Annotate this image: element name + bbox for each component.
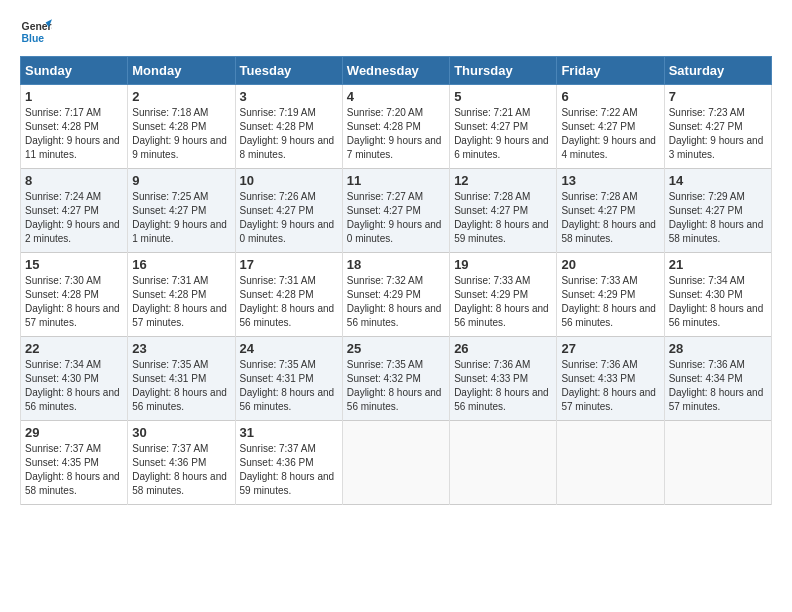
calendar-body: 1Sunrise: 7:17 AMSunset: 4:28 PMDaylight… [21,85,772,505]
day-number: 15 [25,257,123,272]
day-number: 17 [240,257,338,272]
calendar-cell: 27Sunrise: 7:36 AMSunset: 4:33 PMDayligh… [557,337,664,421]
header-day-wednesday: Wednesday [342,57,449,85]
day-number: 29 [25,425,123,440]
day-info: Sunrise: 7:35 AMSunset: 4:32 PMDaylight:… [347,359,442,412]
header-day-thursday: Thursday [450,57,557,85]
logo: General Blue [20,16,52,48]
header: General Blue [20,16,772,48]
day-number: 18 [347,257,445,272]
header-day-tuesday: Tuesday [235,57,342,85]
day-info: Sunrise: 7:33 AMSunset: 4:29 PMDaylight:… [561,275,656,328]
day-number: 16 [132,257,230,272]
day-number: 1 [25,89,123,104]
day-info: Sunrise: 7:25 AMSunset: 4:27 PMDaylight:… [132,191,227,244]
calendar-header: SundayMondayTuesdayWednesdayThursdayFrid… [21,57,772,85]
calendar-cell: 9Sunrise: 7:25 AMSunset: 4:27 PMDaylight… [128,169,235,253]
calendar-cell: 30Sunrise: 7:37 AMSunset: 4:36 PMDayligh… [128,421,235,505]
day-number: 23 [132,341,230,356]
calendar-cell [342,421,449,505]
calendar-cell: 28Sunrise: 7:36 AMSunset: 4:34 PMDayligh… [664,337,771,421]
calendar-cell: 20Sunrise: 7:33 AMSunset: 4:29 PMDayligh… [557,253,664,337]
day-info: Sunrise: 7:31 AMSunset: 4:28 PMDaylight:… [132,275,227,328]
day-number: 13 [561,173,659,188]
day-number: 11 [347,173,445,188]
calendar-cell: 7Sunrise: 7:23 AMSunset: 4:27 PMDaylight… [664,85,771,169]
week-row-2: 8Sunrise: 7:24 AMSunset: 4:27 PMDaylight… [21,169,772,253]
calendar-cell: 5Sunrise: 7:21 AMSunset: 4:27 PMDaylight… [450,85,557,169]
calendar-cell: 15Sunrise: 7:30 AMSunset: 4:28 PMDayligh… [21,253,128,337]
day-number: 6 [561,89,659,104]
calendar-cell: 26Sunrise: 7:36 AMSunset: 4:33 PMDayligh… [450,337,557,421]
day-number: 24 [240,341,338,356]
day-number: 9 [132,173,230,188]
day-number: 31 [240,425,338,440]
day-number: 8 [25,173,123,188]
calendar-cell: 29Sunrise: 7:37 AMSunset: 4:35 PMDayligh… [21,421,128,505]
day-info: Sunrise: 7:24 AMSunset: 4:27 PMDaylight:… [25,191,120,244]
week-row-4: 22Sunrise: 7:34 AMSunset: 4:30 PMDayligh… [21,337,772,421]
day-info: Sunrise: 7:27 AMSunset: 4:27 PMDaylight:… [347,191,442,244]
calendar-cell: 8Sunrise: 7:24 AMSunset: 4:27 PMDaylight… [21,169,128,253]
calendar-cell: 12Sunrise: 7:28 AMSunset: 4:27 PMDayligh… [450,169,557,253]
day-info: Sunrise: 7:28 AMSunset: 4:27 PMDaylight:… [454,191,549,244]
header-day-sunday: Sunday [21,57,128,85]
day-number: 19 [454,257,552,272]
day-number: 27 [561,341,659,356]
calendar-cell: 13Sunrise: 7:28 AMSunset: 4:27 PMDayligh… [557,169,664,253]
day-number: 2 [132,89,230,104]
calendar-cell: 2Sunrise: 7:18 AMSunset: 4:28 PMDaylight… [128,85,235,169]
day-info: Sunrise: 7:23 AMSunset: 4:27 PMDaylight:… [669,107,764,160]
day-number: 20 [561,257,659,272]
day-info: Sunrise: 7:26 AMSunset: 4:27 PMDaylight:… [240,191,335,244]
calendar-table: SundayMondayTuesdayWednesdayThursdayFrid… [20,56,772,505]
header-day-friday: Friday [557,57,664,85]
calendar-cell: 4Sunrise: 7:20 AMSunset: 4:28 PMDaylight… [342,85,449,169]
day-info: Sunrise: 7:33 AMSunset: 4:29 PMDaylight:… [454,275,549,328]
day-number: 25 [347,341,445,356]
calendar-cell: 22Sunrise: 7:34 AMSunset: 4:30 PMDayligh… [21,337,128,421]
calendar-cell: 11Sunrise: 7:27 AMSunset: 4:27 PMDayligh… [342,169,449,253]
day-info: Sunrise: 7:19 AMSunset: 4:28 PMDaylight:… [240,107,335,160]
day-number: 14 [669,173,767,188]
day-info: Sunrise: 7:34 AMSunset: 4:30 PMDaylight:… [669,275,764,328]
day-info: Sunrise: 7:37 AMSunset: 4:36 PMDaylight:… [132,443,227,496]
calendar-cell: 18Sunrise: 7:32 AMSunset: 4:29 PMDayligh… [342,253,449,337]
day-info: Sunrise: 7:29 AMSunset: 4:27 PMDaylight:… [669,191,764,244]
header-day-saturday: Saturday [664,57,771,85]
week-row-3: 15Sunrise: 7:30 AMSunset: 4:28 PMDayligh… [21,253,772,337]
day-number: 22 [25,341,123,356]
day-number: 3 [240,89,338,104]
day-info: Sunrise: 7:37 AMSunset: 4:35 PMDaylight:… [25,443,120,496]
calendar-cell: 10Sunrise: 7:26 AMSunset: 4:27 PMDayligh… [235,169,342,253]
day-info: Sunrise: 7:36 AMSunset: 4:33 PMDaylight:… [454,359,549,412]
day-number: 26 [454,341,552,356]
day-info: Sunrise: 7:32 AMSunset: 4:29 PMDaylight:… [347,275,442,328]
calendar-cell: 1Sunrise: 7:17 AMSunset: 4:28 PMDaylight… [21,85,128,169]
day-number: 7 [669,89,767,104]
calendar-cell: 21Sunrise: 7:34 AMSunset: 4:30 PMDayligh… [664,253,771,337]
day-number: 28 [669,341,767,356]
day-info: Sunrise: 7:28 AMSunset: 4:27 PMDaylight:… [561,191,656,244]
day-info: Sunrise: 7:21 AMSunset: 4:27 PMDaylight:… [454,107,549,160]
calendar-cell: 24Sunrise: 7:35 AMSunset: 4:31 PMDayligh… [235,337,342,421]
calendar-cell: 23Sunrise: 7:35 AMSunset: 4:31 PMDayligh… [128,337,235,421]
calendar-cell: 25Sunrise: 7:35 AMSunset: 4:32 PMDayligh… [342,337,449,421]
day-number: 12 [454,173,552,188]
calendar-cell: 14Sunrise: 7:29 AMSunset: 4:27 PMDayligh… [664,169,771,253]
header-row: SundayMondayTuesdayWednesdayThursdayFrid… [21,57,772,85]
header-day-monday: Monday [128,57,235,85]
calendar-cell [557,421,664,505]
day-info: Sunrise: 7:18 AMSunset: 4:28 PMDaylight:… [132,107,227,160]
calendar-cell: 16Sunrise: 7:31 AMSunset: 4:28 PMDayligh… [128,253,235,337]
day-info: Sunrise: 7:37 AMSunset: 4:36 PMDaylight:… [240,443,335,496]
calendar-cell: 3Sunrise: 7:19 AMSunset: 4:28 PMDaylight… [235,85,342,169]
calendar-cell [450,421,557,505]
day-info: Sunrise: 7:36 AMSunset: 4:34 PMDaylight:… [669,359,764,412]
day-number: 5 [454,89,552,104]
day-number: 10 [240,173,338,188]
day-info: Sunrise: 7:34 AMSunset: 4:30 PMDaylight:… [25,359,120,412]
calendar-cell [664,421,771,505]
day-info: Sunrise: 7:17 AMSunset: 4:28 PMDaylight:… [25,107,120,160]
logo-icon: General Blue [20,16,52,48]
